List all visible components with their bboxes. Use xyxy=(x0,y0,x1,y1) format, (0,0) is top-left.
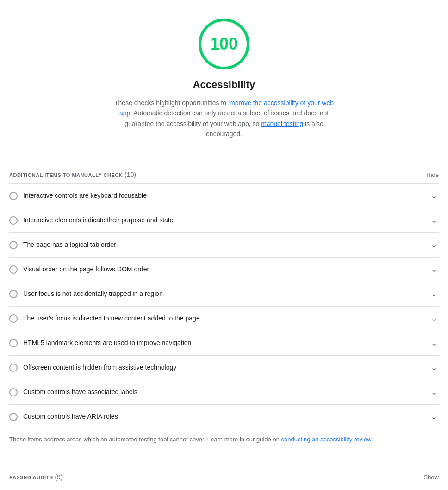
manual-note-prefix: These items address areas which an autom… xyxy=(9,436,281,443)
audit-item[interactable]: Custom controls have ARIA roles ⌄ xyxy=(9,405,439,429)
passed-section-toggle[interactable]: Show xyxy=(423,474,439,481)
chevron-down-icon: ⌄ xyxy=(431,313,437,324)
chevron-down-icon: ⌄ xyxy=(431,362,437,373)
audit-status-icon xyxy=(9,413,18,421)
chevron-down-icon: ⌄ xyxy=(431,190,437,201)
audit-item[interactable]: Offscreen content is hidden from assisti… xyxy=(9,356,439,380)
passed-section-title: PASSED AUDITS xyxy=(9,475,53,480)
score-circle: 100 xyxy=(199,19,249,69)
audit-item-label: HTML5 landmark elements are used to impr… xyxy=(23,338,191,348)
audit-status-icon xyxy=(9,314,18,323)
chevron-down-icon: ⌄ xyxy=(431,239,437,251)
manual-testing-link[interactable]: manual testing xyxy=(261,120,303,127)
passed-audits-section-header: PASSED AUDITS (9) Show xyxy=(9,465,439,490)
audit-list: Interactive controls are keyboard focusa… xyxy=(9,183,439,429)
audit-item-label: Visual order on the page follows DOM ord… xyxy=(23,264,149,274)
audit-item-label: The page has a logical tab order xyxy=(23,240,116,250)
score-title: Accessibility xyxy=(193,77,255,92)
passed-section-count: (9) xyxy=(55,473,62,481)
audit-item-label: Interactive elements indicate their purp… xyxy=(23,215,174,225)
score-description: These checks highlight opportunities to … xyxy=(108,98,340,139)
audit-item-left: Visual order on the page follows DOM ord… xyxy=(9,264,431,274)
chevron-down-icon: ⌄ xyxy=(431,387,437,398)
audit-item-label: Custom controls have associated labels xyxy=(23,387,137,397)
audit-item-left: Custom controls have associated labels xyxy=(9,387,431,397)
passed-section-title-group: PASSED AUDITS (9) xyxy=(9,472,63,482)
accessibility-review-link[interactable]: conducting an accessibility review xyxy=(281,436,371,443)
manual-check-section-header: ADDITIONAL ITEMS TO MANUALLY CHECK (10) … xyxy=(9,163,439,183)
audit-status-icon xyxy=(9,216,18,225)
audit-status-icon xyxy=(9,290,18,298)
audit-item[interactable]: Custom controls have associated labels ⌄ xyxy=(9,380,439,405)
audit-item[interactable]: Interactive elements indicate their purp… xyxy=(9,208,439,233)
audit-item-left: Interactive elements indicate their purp… xyxy=(9,215,431,225)
manual-section-count: (10) xyxy=(124,171,136,178)
audit-status-icon xyxy=(9,364,18,372)
score-value: 100 xyxy=(210,31,238,57)
audit-item-label: Offscreen content is hidden from assisti… xyxy=(23,363,176,372)
audit-item-label: User focus is not accidentally trapped i… xyxy=(23,289,163,299)
chevron-down-icon: ⌄ xyxy=(431,411,437,422)
audit-item-left: The user's focus is directed to new cont… xyxy=(9,314,431,323)
audit-item[interactable]: The user's focus is directed to new cont… xyxy=(9,307,439,331)
audit-item-left: Offscreen content is hidden from assisti… xyxy=(9,363,431,372)
audit-item-label: Interactive controls are keyboard focusa… xyxy=(23,191,147,201)
description-prefix: These checks highlight opportunities to xyxy=(114,99,228,107)
audit-item-left: Custom controls have ARIA roles xyxy=(9,412,431,421)
audit-item[interactable]: Interactive controls are keyboard focusa… xyxy=(9,184,439,208)
audit-item[interactable]: HTML5 landmark elements are used to impr… xyxy=(9,331,439,356)
audit-item[interactable]: User focus is not accidentally trapped i… xyxy=(9,282,439,307)
chevron-down-icon: ⌄ xyxy=(431,215,437,226)
audit-status-icon xyxy=(9,388,18,396)
audit-status-icon xyxy=(9,241,18,249)
manual-section-title: ADDITIONAL ITEMS TO MANUALLY CHECK (10) xyxy=(9,170,136,180)
chevron-down-icon: ⌄ xyxy=(431,264,437,275)
audit-status-icon xyxy=(9,192,18,200)
audit-item[interactable]: Visual order on the page follows DOM ord… xyxy=(9,258,439,282)
manual-check-note: These items address areas which an autom… xyxy=(9,429,439,456)
chevron-down-icon: ⌄ xyxy=(431,289,437,300)
manual-note-suffix: . xyxy=(371,436,373,443)
audit-status-icon xyxy=(9,265,18,274)
audit-status-icon xyxy=(9,339,18,347)
score-section: 100 Accessibility These checks highlight… xyxy=(9,0,439,149)
chevron-down-icon: ⌄ xyxy=(431,338,437,349)
manual-section-toggle[interactable]: Hide xyxy=(426,171,439,178)
audit-item-left: User focus is not accidentally trapped i… xyxy=(9,289,431,299)
audit-item-left: HTML5 landmark elements are used to impr… xyxy=(9,338,431,348)
audit-item-left: The page has a logical tab order xyxy=(9,240,431,250)
audit-item-label: Custom controls have ARIA roles xyxy=(23,412,118,421)
audit-item-left: Interactive controls are keyboard focusa… xyxy=(9,191,431,201)
audit-item-label: The user's focus is directed to new cont… xyxy=(23,314,200,323)
audit-item[interactable]: The page has a logical tab order ⌄ xyxy=(9,233,439,258)
manual-section-title-text: ADDITIONAL ITEMS TO MANUALLY CHECK xyxy=(9,172,123,178)
